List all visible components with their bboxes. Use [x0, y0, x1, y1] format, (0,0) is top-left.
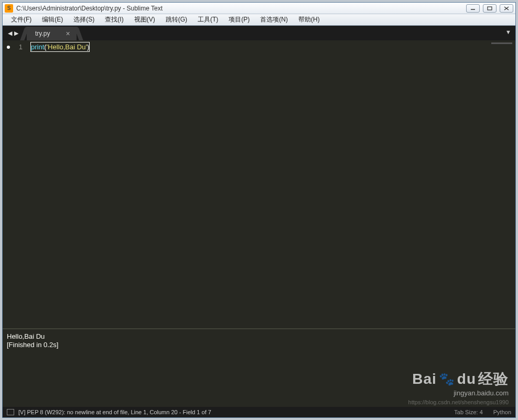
token-string: 'Hello,Bai Du'	[47, 43, 87, 51]
status-message: [V] PEP 8 (W292): no newline at end of f…	[18, 409, 211, 415]
token-function: print	[31, 43, 44, 51]
menu-project[interactable]: 项目(P)	[223, 14, 255, 25]
code-pane[interactable]: print('Hello,Bai Du')	[27, 40, 458, 328]
titlebar[interactable]: S C:\Users\Administrator\Desktop\try.py …	[3, 3, 515, 14]
console-line: [Finished in 0.2s]	[7, 341, 511, 349]
tabbar: ◀ ▶ try.py × ▼	[3, 26, 515, 40]
window-title: C:\Users\Administrator\Desktop\try.py - …	[13, 5, 466, 12]
svg-rect-1	[488, 7, 492, 10]
minimize-button[interactable]	[466, 4, 480, 13]
gutter: 1	[3, 40, 27, 328]
status-left: [V] PEP 8 (W292): no newline at end of f…	[7, 409, 449, 415]
menu-tools[interactable]: 工具(T)	[192, 14, 223, 25]
editor-chrome: ◀ ▶ try.py × ▼ 1 print('Hello,Bai Du')	[3, 26, 515, 417]
app-icon: S	[5, 4, 13, 13]
close-button[interactable]	[500, 4, 513, 13]
tab-next-icon[interactable]: ▶	[13, 30, 19, 37]
token-paren-close: )	[87, 43, 89, 51]
menu-view[interactable]: 视图(V)	[129, 14, 160, 25]
status-language[interactable]: Python	[493, 409, 511, 415]
tab-dropdown-icon[interactable]: ▼	[505, 29, 511, 35]
console-line: Hello,Bai Du	[7, 332, 511, 341]
gutter-line-1: 1	[3, 42, 23, 51]
menu-find[interactable]: 查找(I)	[100, 14, 128, 25]
minimap[interactable]	[458, 40, 515, 328]
tab-close-icon[interactable]: ×	[66, 29, 70, 38]
code-line-1: print('Hello,Bai Du')	[31, 42, 458, 51]
minimap-content-icon	[491, 42, 512, 44]
maximize-button[interactable]	[483, 4, 497, 13]
menu-select[interactable]: 选择(S)	[68, 14, 100, 25]
status-right: Tab Size: 4 Python	[454, 409, 511, 415]
build-output[interactable]: Hello,Bai Du [Finished in 0.2s]	[3, 328, 515, 407]
close-icon	[504, 6, 509, 10]
menu-prefs[interactable]: 首选项(N)	[255, 14, 293, 25]
tab-trypy[interactable]: try.py ×	[27, 27, 77, 40]
menu-help[interactable]: 帮助(H)	[293, 14, 325, 25]
dirty-indicator-icon	[7, 46, 10, 49]
minimize-icon	[470, 6, 476, 10]
editor-area[interactable]: 1 print('Hello,Bai Du')	[3, 40, 515, 328]
app-window: S C:\Users\Administrator\Desktop\try.py …	[2, 2, 516, 418]
tab-label: try.py	[35, 30, 50, 37]
menu-goto[interactable]: 跳转(G)	[160, 14, 192, 25]
maximize-icon	[487, 6, 492, 10]
line-number: 1	[19, 42, 23, 51]
status-panel-icon[interactable]	[7, 409, 14, 415]
menubar: 文件(F) 编辑(E) 选择(S) 查找(I) 视图(V) 跳转(G) 工具(T…	[3, 14, 515, 26]
window-controls	[466, 4, 513, 13]
menu-edit[interactable]: 编辑(E)	[37, 14, 68, 25]
statusbar: [V] PEP 8 (W292): no newline at end of f…	[3, 407, 515, 417]
tab-prev-icon[interactable]: ◀	[7, 30, 13, 37]
status-tabsize[interactable]: Tab Size: 4	[454, 409, 482, 415]
menu-file[interactable]: 文件(F)	[6, 14, 37, 25]
